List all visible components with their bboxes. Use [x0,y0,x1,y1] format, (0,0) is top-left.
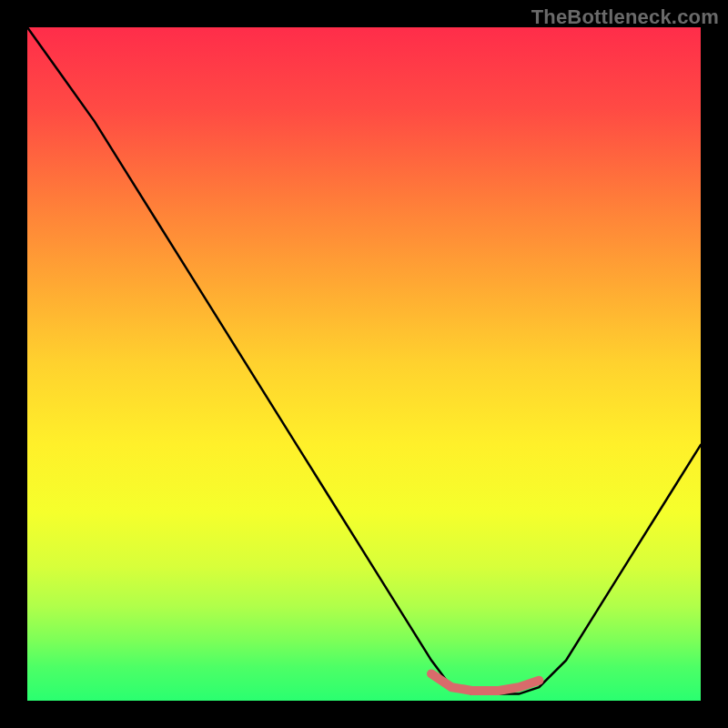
chart-svg [27,27,701,701]
main-curve [27,27,701,694]
watermark-text: TheBottleneck.com [531,5,719,29]
highlight-segment [431,673,539,691]
